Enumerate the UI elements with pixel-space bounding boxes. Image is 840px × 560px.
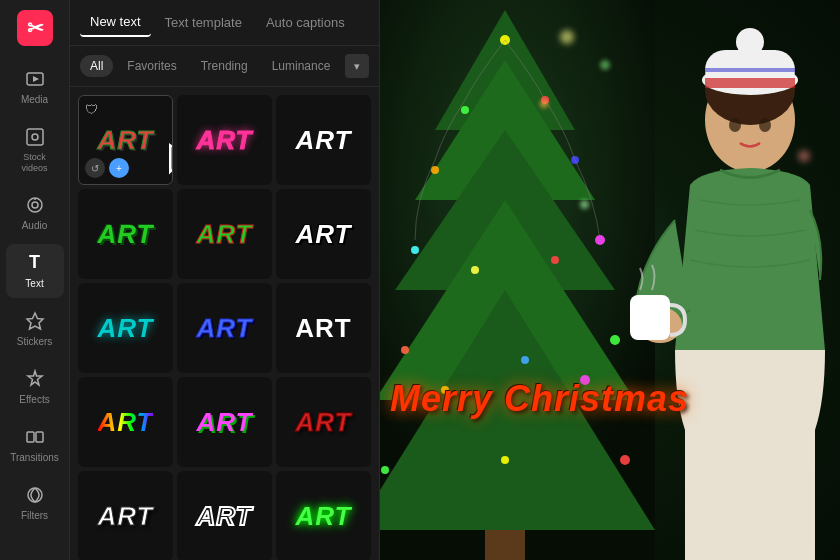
art-card-9[interactable]: ART (276, 283, 371, 373)
refresh-icon-1[interactable]: ↺ (85, 158, 105, 178)
svg-rect-49 (630, 295, 670, 340)
cursor-overlay (162, 140, 173, 184)
shield-icon: 🛡 (85, 102, 98, 117)
art-text-5: ART (197, 219, 253, 250)
svg-point-12 (28, 488, 42, 502)
stickers-label: Stickers (17, 336, 53, 348)
sidebar-item-media[interactable]: Media (6, 60, 64, 114)
art-card-13[interactable]: ART (78, 471, 173, 560)
sidebar-item-stickers[interactable]: Stickers (6, 302, 64, 356)
svg-marker-13 (170, 145, 173, 174)
filters-icon (24, 484, 46, 506)
app-logo: ✂ (17, 10, 53, 46)
svg-point-31 (401, 346, 409, 354)
sidebar-item-text[interactable]: T Text (6, 244, 64, 298)
filter-luminance[interactable]: Luminance (262, 55, 341, 77)
svg-point-43 (736, 28, 764, 56)
art-text-12: ART (296, 407, 352, 438)
art-text-3: ART (296, 125, 352, 156)
sidebar-item-filters[interactable]: Filters (6, 476, 64, 530)
svg-rect-45 (705, 68, 795, 72)
art-text-grid: 🛡 ART ↺ + ART ART ART ART (70, 87, 379, 560)
bokeh-light-5 (580, 200, 589, 209)
art-card-4[interactable]: ART (78, 189, 173, 279)
sidebar-item-audio[interactable]: Audio (6, 186, 64, 240)
bokeh-light-2 (600, 60, 610, 70)
filter-trending[interactable]: Trending (191, 55, 258, 77)
filter-favorites[interactable]: Favorites (117, 55, 186, 77)
art-text-6: ART (296, 219, 352, 250)
svg-point-47 (759, 118, 771, 132)
art-card-1[interactable]: 🛡 ART ↺ + (78, 95, 173, 185)
art-card-3[interactable]: ART (276, 95, 371, 185)
art-card-11[interactable]: ART (177, 377, 272, 467)
stock-icon (24, 126, 46, 148)
filter-tabs: All Favorites Trending Luminance ▾ (70, 46, 379, 87)
art-text-2: ART (197, 125, 253, 156)
filter-all[interactable]: All (80, 55, 113, 77)
art-card-6[interactable]: ART (276, 189, 371, 279)
art-card-12[interactable]: ART (276, 377, 371, 467)
art-text-14: ART (197, 501, 253, 532)
bokeh-light-1 (560, 30, 574, 44)
svg-marker-3 (33, 76, 39, 82)
bokeh-light-3 (540, 100, 548, 108)
svg-marker-9 (27, 313, 43, 329)
art-card-2[interactable]: ART (177, 95, 272, 185)
svg-point-37 (501, 456, 509, 464)
svg-point-6 (28, 198, 42, 212)
audio-label: Audio (22, 220, 48, 232)
svg-point-23 (461, 106, 469, 114)
tab-auto-captions[interactable]: Auto captions (256, 9, 355, 36)
art-card-15[interactable]: ART (276, 471, 371, 560)
tab-new-text[interactable]: New text (80, 8, 151, 37)
effects-label: Effects (19, 394, 49, 406)
art-card-7[interactable]: ART (78, 283, 173, 373)
transitions-icon (24, 426, 46, 448)
scene: Merry Christmas (380, 0, 840, 560)
art-text-9: ART (295, 313, 351, 344)
media-icon (24, 68, 46, 90)
audio-icon (24, 194, 46, 216)
svg-point-32 (521, 356, 529, 364)
svg-text:✂: ✂ (26, 17, 43, 39)
text-icon: T (24, 252, 46, 274)
art-text-11: ART (197, 407, 253, 438)
effects-icon (24, 368, 46, 390)
svg-rect-20 (485, 530, 525, 560)
svg-rect-11 (36, 432, 43, 442)
svg-point-27 (411, 246, 419, 254)
svg-point-36 (381, 466, 389, 474)
art-card-14[interactable]: ART (177, 471, 272, 560)
svg-rect-44 (705, 78, 795, 88)
text-panel: New text Text template Auto captions All… (70, 0, 380, 560)
media-label: Media (21, 94, 48, 106)
sidebar-item-effects[interactable]: Effects (6, 360, 64, 414)
sidebar: ✂ Media Stockvideos Audio T Text Sticker… (0, 0, 70, 560)
text-label: Text (25, 278, 43, 290)
art-card-8[interactable]: ART (177, 283, 272, 373)
panel-tabs: New text Text template Auto captions (70, 0, 379, 46)
art-card-10[interactable]: ART (78, 377, 173, 467)
svg-point-29 (471, 266, 479, 274)
bokeh-light-4 (798, 150, 810, 162)
art-text-4: ART (98, 219, 154, 250)
art-text-10: ART (98, 407, 154, 438)
sidebar-item-stock[interactable]: Stockvideos (6, 118, 64, 182)
svg-point-28 (551, 256, 559, 264)
svg-rect-4 (27, 129, 43, 145)
filters-label: Filters (21, 510, 48, 522)
stickers-icon (24, 310, 46, 332)
svg-point-46 (729, 118, 741, 132)
merry-christmas-text: Merry Christmas (390, 378, 840, 420)
tab-text-template[interactable]: Text template (155, 9, 252, 36)
art-text-15: ART (296, 501, 352, 532)
filter-dropdown[interactable]: ▾ (345, 54, 369, 78)
svg-point-7 (32, 202, 38, 208)
svg-rect-10 (27, 432, 34, 442)
stock-label: Stockvideos (21, 152, 47, 174)
person-figure (610, 0, 840, 560)
add-icon-1[interactable]: + (109, 158, 129, 178)
sidebar-item-transitions[interactable]: Transitions (6, 418, 64, 472)
art-card-5[interactable]: ART (177, 189, 272, 279)
